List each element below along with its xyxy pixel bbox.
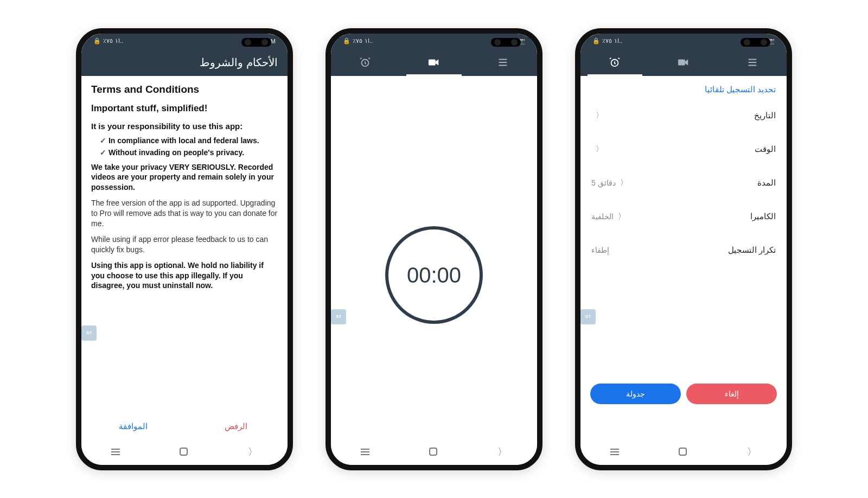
lock-icon: 🔒 (592, 37, 600, 44)
terms-feedback-paragraph: While using if app error please feedback… (91, 234, 278, 255)
chevron-left-icon: 〉 (620, 178, 628, 188)
watermark-icon: ST (331, 309, 346, 324)
row-camera[interactable]: الكاميرا الخلفية 〉 (580, 200, 787, 233)
header-title: الأحكام والشروط (200, 56, 278, 69)
terms-responsibility-heading: It is your responsibility to use this ap… (91, 122, 278, 131)
signal-icon: ا۱.. (614, 37, 622, 44)
phone-terms: 🔒 ٪۷٥ ا۱.. ... GM الأحكام والشروط Terms … (76, 28, 293, 470)
terms-subheading: Important stuff, simplified! (91, 103, 278, 114)
nav-home-icon[interactable] (180, 448, 188, 456)
android-nav-bar: 〉 (331, 439, 537, 465)
tab-alarm[interactable] (580, 49, 649, 76)
watermark-icon: ST (580, 309, 596, 324)
terms-content: Terms and Conditions Important stuff, si… (81, 76, 288, 439)
nav-recent-icon[interactable] (111, 451, 120, 452)
battery-text: ٪۷٥ (353, 37, 362, 44)
row-camera-value: الخلفية (591, 212, 614, 221)
terms-bullet-compliance: In compliance with local and federal law… (100, 136, 278, 145)
nav-recent-icon[interactable] (361, 451, 369, 452)
schedule-title: تحديد التسجيل تلقائيا (580, 76, 787, 99)
lock-icon: 🔒 (343, 37, 350, 44)
android-nav-bar: 〉 (81, 439, 288, 465)
svg-rect-4 (678, 59, 685, 65)
row-repeat[interactable]: تكرار التسجيل إطفاء (580, 233, 787, 267)
nav-home-icon[interactable] (429, 448, 437, 456)
svg-rect-1 (429, 59, 436, 65)
signal-icon: ا۱.. (115, 37, 123, 44)
row-date-label: التاريخ (754, 111, 776, 120)
terms-actions: الموافقة الرفض (81, 416, 288, 437)
camera-notch (241, 38, 271, 47)
camera-notch (741, 38, 770, 47)
terms-heading: Terms and Conditions (91, 84, 278, 95)
terms-bullet-privacy: Without invading on people's privacy. (100, 148, 278, 157)
nav-home-icon[interactable] (679, 448, 687, 456)
chevron-left-icon: 〉 (618, 212, 626, 221)
tab-record[interactable] (649, 49, 718, 76)
video-icon (678, 58, 690, 67)
nav-recent-icon[interactable] (610, 451, 619, 452)
timer-display: 00:00 (385, 226, 483, 324)
battery-text: ٪۷٥ (103, 37, 113, 44)
schedule-buttons: جدولة إلغاء (590, 384, 777, 404)
schedule-content: تحديد التسجيل تلقائيا التاريخ 〉 الوقت 〉 … (580, 76, 787, 439)
row-repeat-value: إطفاء (591, 246, 609, 254)
tab-record[interactable] (400, 49, 469, 76)
row-time-label: الوقت (755, 144, 776, 154)
row-duration-value: 5 دقائق (591, 178, 616, 187)
terms-liability-paragraph: Using this app is optional. We hold no l… (91, 260, 278, 291)
timer-content: 00:00 ST (331, 76, 537, 470)
nav-back-icon[interactable]: 〉 (248, 445, 258, 458)
row-duration-label: المدة (757, 178, 776, 188)
app-header: الأحكام والشروط (81, 49, 288, 76)
schedule-button[interactable]: جدولة (590, 384, 681, 404)
android-nav-bar: 〉 (580, 439, 787, 465)
reject-button[interactable]: الرفض (184, 416, 288, 437)
alarm-icon (359, 56, 371, 68)
signal-icon: ا۱.. (365, 37, 373, 44)
hamburger-icon (746, 56, 758, 68)
alarm-icon (609, 56, 621, 68)
video-icon (428, 58, 440, 67)
chevron-left-icon: 〉 (596, 144, 603, 154)
watermark-icon: ST (81, 325, 97, 341)
row-duration[interactable]: المدة 5 دقائق 〉 (580, 166, 787, 200)
phone-schedule: 🔒 ٪۷٥ ا۱.. ... ▶ 📷 تحديد التسجيل تلقائيا… (575, 28, 792, 470)
nav-back-icon[interactable]: 〉 (497, 445, 507, 458)
battery-text: ٪۷٥ (602, 37, 612, 44)
tab-menu[interactable] (718, 49, 787, 76)
hamburger-icon (497, 56, 509, 68)
tab-bar (331, 49, 537, 76)
nav-back-icon[interactable]: 〉 (747, 445, 757, 458)
tab-menu[interactable] (468, 49, 537, 76)
lock-icon: 🔒 (93, 37, 101, 44)
tab-bar (580, 49, 787, 76)
row-repeat-label: تكرار التسجيل (728, 245, 776, 255)
row-date[interactable]: التاريخ 〉 (580, 99, 787, 132)
camera-notch (491, 38, 521, 47)
row-camera-label: الكاميرا (750, 212, 776, 221)
cancel-button[interactable]: إلغاء (686, 384, 777, 404)
tab-alarm[interactable] (331, 49, 400, 76)
accept-button[interactable]: الموافقة (81, 416, 184, 437)
terms-privacy-paragraph: We take your privacy VERY SERIOUSLY. Rec… (91, 162, 278, 193)
row-time[interactable]: الوقت 〉 (580, 132, 787, 166)
terms-ads-paragraph: The free version of the app is ad suppor… (91, 198, 278, 229)
phone-timer: 🔒 ٪۷٥ ا۱.. ... ▶ 📷 00:00 ST 〉 (326, 28, 542, 470)
chevron-left-icon: 〉 (596, 111, 603, 120)
